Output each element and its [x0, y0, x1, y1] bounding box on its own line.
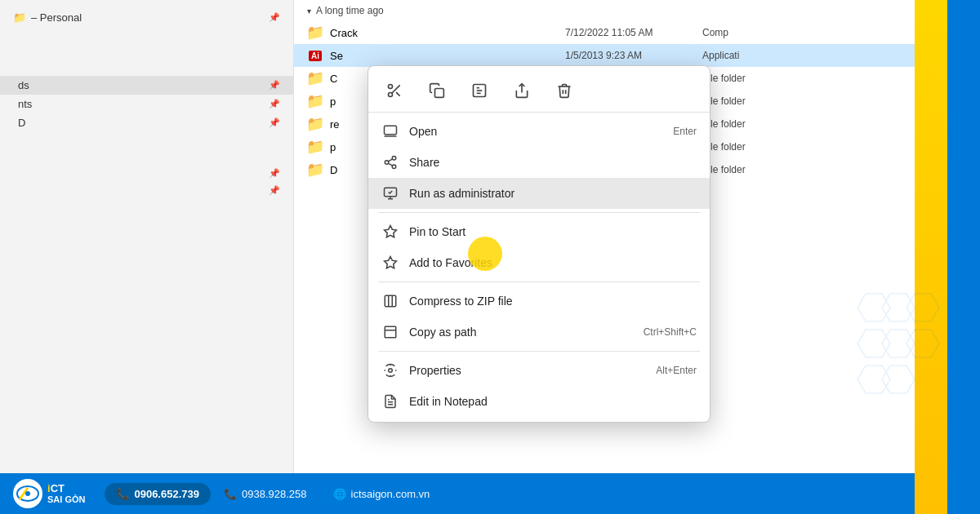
svg-rect-29 [385, 326, 396, 338]
logo-text: iCT SAI GÒN [47, 482, 85, 506]
ctx-shortcut-properties: Alt+Enter [656, 365, 697, 376]
svg-marker-7 [882, 366, 915, 393]
file-row-crack[interactable]: 📁 Crack 7/12/2022 11:05 AM Comp [294, 21, 980, 44]
sidebar-item-nts[interactable]: nts 📌 [0, 95, 293, 113]
folder-icon-p1: 📁 [307, 93, 323, 109]
svg-marker-25 [385, 257, 397, 268]
sidebar-item-label: nts [18, 98, 32, 110]
svg-marker-24 [385, 226, 397, 237]
ctx-item-favorites[interactable]: Add to Favorites [368, 247, 710, 278]
pin-icon: 📌 [269, 12, 280, 23]
hex-pattern [849, 286, 947, 449]
ctx-separator-2 [378, 281, 700, 282]
folder-icon: 📁 [13, 11, 26, 24]
ctx-label-open: Open [409, 125, 663, 138]
ctx-label-compress: Compress to ZIP file [409, 295, 697, 308]
pin-icon: 📌 [269, 168, 280, 179]
ctx-separator-3 [378, 351, 700, 352]
ctx-item-copy-path[interactable]: Copy as path Ctrl+Shift+C [368, 317, 710, 348]
sidebar-item-label: ds [18, 79, 29, 91]
favorites-icon [381, 254, 399, 272]
pin-icon: 📌 [269, 99, 280, 109]
copy-path-icon [381, 323, 399, 341]
svg-point-36 [25, 491, 30, 496]
svg-point-20 [392, 165, 396, 169]
folder-icon-c: 📁 [307, 70, 323, 86]
website-url: ictsaigon.com.vn [351, 488, 430, 500]
logo-area: iCT SAI GÒN [0, 479, 98, 508]
pin-icon: 📌 [269, 80, 280, 91]
svg-marker-6 [858, 366, 890, 393]
folder-icon-re: 📁 [307, 116, 323, 132]
ctx-item-properties[interactable]: Properties Alt+Enter [368, 355, 710, 386]
contact-website: 🌐 ictsaigon.com.vn [320, 488, 443, 500]
ctx-shortcut-open: Enter [673, 126, 697, 137]
svg-rect-16 [385, 126, 397, 135]
ctx-delete-button[interactable] [551, 78, 577, 104]
sidebar-item-label: – Personal [31, 11, 82, 24]
ctx-toolbar [368, 71, 710, 113]
logo-circle [13, 479, 42, 508]
sidebar-item-d[interactable]: D 📌 [0, 113, 293, 132]
share-icon [381, 153, 399, 171]
file-row-se[interactable]: Ai Se 1/5/2013 9:23 AM Applicati [294, 44, 980, 67]
ctx-item-run-admin[interactable]: Run as administrator [368, 178, 710, 209]
contact-phone2: 📞 0938.928.258 [211, 488, 320, 500]
phone-number-2: 0938.928.258 [242, 488, 307, 500]
phone-button-1[interactable]: 📞 0906.652.739 [105, 483, 211, 505]
svg-line-9 [396, 92, 400, 96]
run-admin-icon [381, 184, 399, 202]
ctx-copy-button[interactable] [424, 78, 450, 104]
sidebar-item-label: D [18, 117, 25, 129]
ctx-label-share: Share [409, 156, 697, 169]
ctx-rename-button[interactable] [466, 78, 492, 104]
sidebar-item-ds[interactable]: ds 📌 [0, 76, 293, 95]
adobe-icon-se: Ai [307, 47, 323, 64]
bottom-bar: iCT SAI GÒN 📞 0906.652.739 📞 0938.928.25… [0, 473, 915, 514]
logo-svg [16, 481, 40, 506]
sidebar: 📁 – Personal 📌 ds 📌 nts 📌 D 📌 📌 📌 [0, 0, 294, 514]
svg-marker-2 [906, 294, 939, 321]
compress-icon [381, 292, 399, 310]
ctx-cut-button[interactable] [381, 78, 408, 104]
file-name-se: Se [330, 50, 559, 62]
context-menu: Open Enter Share Run as administrator Pi… [368, 65, 710, 423]
svg-marker-4 [882, 330, 915, 357]
svg-point-19 [385, 161, 389, 165]
ctx-item-pin-start[interactable]: Pin to Start [368, 216, 710, 247]
ctx-item-share[interactable]: Share [368, 147, 710, 178]
ctx-label-copy-path: Copy as path [409, 326, 634, 339]
svg-line-22 [388, 159, 392, 162]
right-panel-blue [947, 0, 980, 514]
svg-marker-1 [882, 294, 915, 321]
ctx-item-compress[interactable]: Compress to ZIP file [368, 286, 710, 317]
open-icon [381, 122, 399, 140]
section-divider[interactable]: A long time ago [294, 0, 980, 21]
ctx-item-open[interactable]: Open Enter [368, 116, 710, 147]
pin-icon: 📌 [269, 117, 280, 128]
sidebar-item-personal[interactable]: 📁 – Personal 📌 [0, 8, 293, 27]
svg-point-18 [392, 157, 396, 161]
sidebar-item-2[interactable]: 📌 [0, 165, 293, 182]
sidebar-item-3[interactable]: 📌 [0, 182, 293, 199]
svg-point-31 [389, 369, 393, 373]
section-label: A long time ago [316, 5, 384, 16]
properties-icon [381, 361, 399, 379]
phone-number-1: 0906.652.739 [134, 488, 199, 500]
phone-icon-2: 📞 [224, 488, 237, 500]
ctx-share-button[interactable] [509, 78, 535, 104]
folder-icon-crack: 📁 [307, 24, 323, 41]
ctx-shortcut-copy-path: Ctrl+Shift+C [644, 326, 697, 338]
pin-icon: 📌 [269, 185, 280, 196]
phone-icon-1: 📞 [116, 488, 129, 500]
file-date-se: 1/5/2013 9:23 AM [565, 50, 696, 61]
file-date-crack: 7/12/2022 11:05 AM [565, 27, 696, 38]
svg-marker-5 [906, 330, 939, 357]
svg-rect-10 [435, 89, 444, 98]
ctx-item-edit-notepad[interactable]: Edit in Notepad [368, 386, 710, 417]
svg-rect-26 [385, 295, 396, 307]
ctx-label-edit-notepad: Edit in Notepad [409, 395, 697, 408]
folder-icon-d2: 📁 [307, 162, 323, 178]
svg-marker-0 [858, 294, 890, 321]
svg-marker-3 [858, 330, 890, 357]
